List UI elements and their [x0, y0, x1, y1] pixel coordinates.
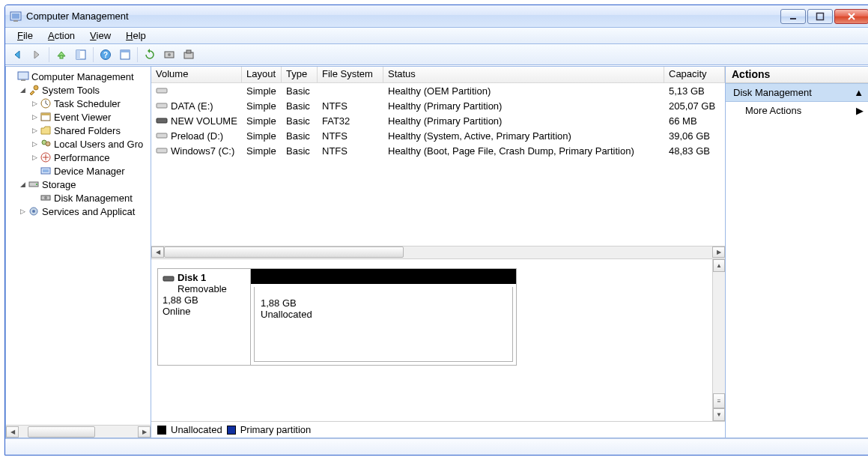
app-icon — [10, 10, 22, 22]
scroll-left-icon[interactable]: ◀ — [6, 426, 19, 438]
col-filesystem[interactable]: File System — [318, 67, 383, 82]
svg-rect-37 — [157, 148, 167, 153]
legend: Unallocated Primary partition — [151, 421, 725, 438]
drive-icon — [156, 115, 168, 127]
disk-graphical-view: Disk 1 Removable 1,88 GB Online 1,88 GB … — [151, 258, 725, 422]
drive-icon — [156, 145, 168, 157]
scroll-right-icon[interactable]: ▶ — [712, 246, 725, 258]
tree-event-viewer[interactable]: ▷Event Viewer — [6, 110, 151, 124]
partition-box[interactable]: 1,88 GB Unallocated — [251, 269, 516, 365]
performance-icon — [40, 151, 52, 163]
menu-help[interactable]: Help — [118, 29, 154, 42]
forward-button[interactable] — [28, 46, 46, 64]
svg-text:?: ? — [103, 51, 108, 59]
storage-icon — [28, 178, 40, 190]
tree-task-scheduler[interactable]: ▷Task Scheduler — [6, 97, 151, 110]
disk-icon — [40, 192, 52, 204]
tree-root[interactable]: Computer Management — [6, 70, 151, 83]
menu-file[interactable]: File — [10, 29, 40, 42]
settings-button[interactable] — [180, 46, 198, 64]
scroll-thumb[interactable] — [164, 246, 404, 258]
scroll-thumb[interactable] — [28, 426, 95, 438]
console-tree[interactable]: Computer Management ◢System Tools ▷Task … — [6, 67, 151, 425]
tree-performance[interactable]: ▷Performance — [6, 151, 151, 164]
menubar: File Action View Help — [5, 28, 868, 44]
scroll-right-icon[interactable]: ▶ — [138, 426, 151, 438]
help-button[interactable]: ? — [97, 46, 115, 64]
col-volume[interactable]: Volume — [151, 67, 242, 82]
back-button[interactable] — [8, 46, 26, 64]
svg-rect-21 — [41, 113, 50, 115]
refresh-button[interactable] — [141, 46, 159, 64]
svg-rect-34 — [157, 103, 167, 108]
col-capacity[interactable]: Capacity — [664, 67, 725, 82]
svg-rect-4 — [817, 13, 824, 19]
svg-rect-3 — [790, 18, 796, 19]
tree-local-users[interactable]: ▷Local Users and Gro — [6, 137, 151, 151]
chevron-right-icon: ▶ — [856, 105, 864, 116]
legend-swatch-primary — [227, 426, 236, 435]
actions-more-actions[interactable]: More Actions ▶ — [726, 102, 868, 119]
svg-rect-35 — [157, 118, 167, 123]
titlebar[interactable]: Computer Management — [5, 5, 868, 28]
table-row[interactable]: Windows7 (C:) Simple Basic NTFS Healthy … — [151, 143, 725, 158]
disk-info: Disk 1 Removable 1,88 GB Online — [158, 269, 251, 365]
svg-point-13 — [168, 53, 171, 56]
drive-icon — [156, 130, 168, 142]
menu-view[interactable]: View — [82, 29, 118, 42]
up-level-button[interactable] — [52, 46, 70, 64]
disk-vscroll[interactable]: ▲ ≡ ▼ — [712, 259, 725, 422]
properties-button[interactable] — [116, 46, 134, 64]
event-icon — [40, 111, 52, 123]
actions-title-row[interactable]: Disk Management ▲ — [726, 83, 868, 102]
tree-shared-folders[interactable]: ▷Shared Folders — [6, 124, 151, 137]
svg-point-32 — [32, 210, 35, 213]
table-row[interactable]: DATA (E:) Simple Basic NTFS Healthy (Pri… — [151, 98, 725, 113]
window-title: Computer Management — [26, 10, 779, 22]
tree-services[interactable]: ▷Services and Applicat — [6, 205, 151, 218]
volumes-hscroll[interactable]: ◀ ▶ — [151, 246, 725, 258]
tree-disk-management[interactable]: Disk Management — [6, 191, 151, 205]
unallocated-stripe — [251, 269, 516, 284]
volume-rows: Simple Basic Healthy (OEM Partition) 5,1… — [151, 83, 725, 246]
rescan-disks-button[interactable] — [160, 46, 178, 64]
tree-system-tools[interactable]: ◢System Tools — [6, 83, 151, 97]
folder-share-icon — [40, 124, 52, 136]
disk-box[interactable]: Disk 1 Removable 1,88 GB Online 1,88 GB … — [157, 268, 517, 366]
table-row[interactable]: Simple Basic Healthy (OEM Partition) 5,1… — [151, 83, 725, 98]
legend-swatch-unallocated — [157, 426, 166, 435]
svg-point-28 — [36, 184, 37, 185]
scroll-down-icon[interactable]: ▼ — [713, 408, 725, 421]
scroll-grip-icon[interactable]: ≡ — [713, 393, 725, 408]
scroll-left-icon[interactable]: ◀ — [151, 246, 164, 258]
show-hide-console-tree-button[interactable] — [72, 46, 90, 64]
computer-management-window: Computer Management File Action View Hel… — [4, 4, 868, 456]
col-type[interactable]: Type — [282, 67, 318, 82]
close-button[interactable] — [834, 9, 868, 24]
scroll-up-icon[interactable]: ▲ — [713, 259, 725, 272]
volume-header-row: Volume Layout Type File System Status Ca… — [151, 67, 725, 83]
svg-rect-16 — [18, 72, 28, 79]
actions-header: Actions — [726, 67, 868, 83]
svg-rect-5 — [60, 55, 63, 58]
col-layout[interactable]: Layout — [242, 67, 282, 82]
device-icon — [40, 165, 52, 177]
svg-rect-33 — [157, 88, 167, 93]
svg-rect-2 — [13, 20, 18, 22]
tree-storage[interactable]: ◢Storage — [6, 178, 151, 191]
menu-action[interactable]: Action — [40, 29, 82, 42]
maximize-button[interactable] — [807, 9, 833, 24]
toolbar: ? — [5, 44, 868, 65]
clock-icon — [40, 97, 52, 109]
svg-rect-38 — [163, 276, 174, 281]
svg-rect-26 — [43, 169, 49, 172]
actions-pane: Actions Disk Management ▲ More Actions ▶ — [726, 66, 868, 438]
tree-device-manager[interactable]: Device Manager — [6, 164, 151, 178]
tree-hscroll[interactable]: ◀ ▶ — [6, 425, 151, 438]
svg-rect-17 — [21, 79, 25, 81]
table-row[interactable]: NEW VOLUME Simple Basic FAT32 Healthy (P… — [151, 113, 725, 128]
table-row[interactable]: Preload (D:) Simple Basic NTFS Healthy (… — [151, 128, 725, 143]
collapse-icon: ▲ — [854, 87, 864, 98]
col-status[interactable]: Status — [383, 67, 664, 82]
minimize-button[interactable] — [780, 9, 806, 24]
